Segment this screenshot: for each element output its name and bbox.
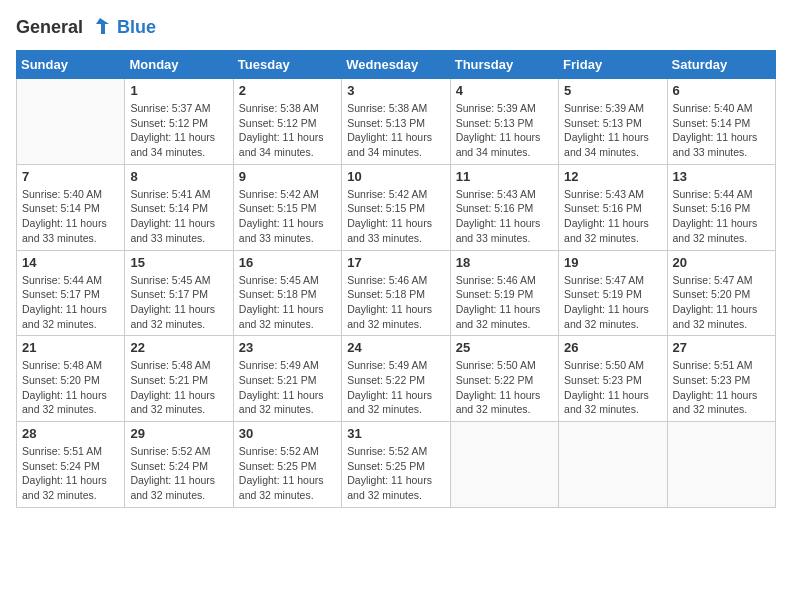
day-detail: Sunrise: 5:52 AMSunset: 5:25 PMDaylight:… xyxy=(239,444,336,503)
column-header-sunday: Sunday xyxy=(17,51,125,79)
day-detail: Sunrise: 5:40 AMSunset: 5:14 PMDaylight:… xyxy=(22,187,119,246)
day-detail: Sunrise: 5:50 AMSunset: 5:23 PMDaylight:… xyxy=(564,358,661,417)
calendar-cell: 12Sunrise: 5:43 AMSunset: 5:16 PMDayligh… xyxy=(559,164,667,250)
calendar-cell: 8Sunrise: 5:41 AMSunset: 5:14 PMDaylight… xyxy=(125,164,233,250)
calendar-cell: 13Sunrise: 5:44 AMSunset: 5:16 PMDayligh… xyxy=(667,164,775,250)
day-detail: Sunrise: 5:40 AMSunset: 5:14 PMDaylight:… xyxy=(673,101,770,160)
day-number: 8 xyxy=(130,169,227,184)
day-detail: Sunrise: 5:48 AMSunset: 5:21 PMDaylight:… xyxy=(130,358,227,417)
day-detail: Sunrise: 5:37 AMSunset: 5:12 PMDaylight:… xyxy=(130,101,227,160)
logo-general-text: General xyxy=(16,17,83,38)
day-number: 13 xyxy=(673,169,770,184)
calendar-cell xyxy=(450,422,558,508)
day-detail: Sunrise: 5:42 AMSunset: 5:15 PMDaylight:… xyxy=(347,187,444,246)
day-number: 17 xyxy=(347,255,444,270)
day-detail: Sunrise: 5:51 AMSunset: 5:23 PMDaylight:… xyxy=(673,358,770,417)
day-number: 5 xyxy=(564,83,661,98)
day-number: 25 xyxy=(456,340,553,355)
calendar-cell: 27Sunrise: 5:51 AMSunset: 5:23 PMDayligh… xyxy=(667,336,775,422)
day-detail: Sunrise: 5:46 AMSunset: 5:19 PMDaylight:… xyxy=(456,273,553,332)
day-detail: Sunrise: 5:39 AMSunset: 5:13 PMDaylight:… xyxy=(564,101,661,160)
day-number: 1 xyxy=(130,83,227,98)
day-detail: Sunrise: 5:44 AMSunset: 5:16 PMDaylight:… xyxy=(673,187,770,246)
day-number: 11 xyxy=(456,169,553,184)
day-detail: Sunrise: 5:42 AMSunset: 5:15 PMDaylight:… xyxy=(239,187,336,246)
day-number: 18 xyxy=(456,255,553,270)
day-number: 31 xyxy=(347,426,444,441)
calendar-cell: 17Sunrise: 5:46 AMSunset: 5:18 PMDayligh… xyxy=(342,250,450,336)
calendar-cell xyxy=(559,422,667,508)
calendar-cell: 5Sunrise: 5:39 AMSunset: 5:13 PMDaylight… xyxy=(559,79,667,165)
day-detail: Sunrise: 5:45 AMSunset: 5:18 PMDaylight:… xyxy=(239,273,336,332)
calendar-week-row: 7Sunrise: 5:40 AMSunset: 5:14 PMDaylight… xyxy=(17,164,776,250)
calendar-cell: 29Sunrise: 5:52 AMSunset: 5:24 PMDayligh… xyxy=(125,422,233,508)
day-detail: Sunrise: 5:38 AMSunset: 5:13 PMDaylight:… xyxy=(347,101,444,160)
day-detail: Sunrise: 5:44 AMSunset: 5:17 PMDaylight:… xyxy=(22,273,119,332)
day-number: 30 xyxy=(239,426,336,441)
column-header-friday: Friday xyxy=(559,51,667,79)
day-detail: Sunrise: 5:48 AMSunset: 5:20 PMDaylight:… xyxy=(22,358,119,417)
calendar-cell: 9Sunrise: 5:42 AMSunset: 5:15 PMDaylight… xyxy=(233,164,341,250)
calendar-cell: 22Sunrise: 5:48 AMSunset: 5:21 PMDayligh… xyxy=(125,336,233,422)
calendar-table: SundayMondayTuesdayWednesdayThursdayFrid… xyxy=(16,50,776,508)
logo-blue-text: Blue xyxy=(117,17,156,38)
day-number: 10 xyxy=(347,169,444,184)
calendar-cell: 23Sunrise: 5:49 AMSunset: 5:21 PMDayligh… xyxy=(233,336,341,422)
logo: General Blue xyxy=(16,16,156,38)
calendar-cell: 10Sunrise: 5:42 AMSunset: 5:15 PMDayligh… xyxy=(342,164,450,250)
day-detail: Sunrise: 5:46 AMSunset: 5:18 PMDaylight:… xyxy=(347,273,444,332)
day-number: 9 xyxy=(239,169,336,184)
day-detail: Sunrise: 5:49 AMSunset: 5:21 PMDaylight:… xyxy=(239,358,336,417)
calendar-week-row: 14Sunrise: 5:44 AMSunset: 5:17 PMDayligh… xyxy=(17,250,776,336)
calendar-cell: 24Sunrise: 5:49 AMSunset: 5:22 PMDayligh… xyxy=(342,336,450,422)
calendar-cell: 20Sunrise: 5:47 AMSunset: 5:20 PMDayligh… xyxy=(667,250,775,336)
column-header-thursday: Thursday xyxy=(450,51,558,79)
day-number: 26 xyxy=(564,340,661,355)
calendar-cell: 16Sunrise: 5:45 AMSunset: 5:18 PMDayligh… xyxy=(233,250,341,336)
day-detail: Sunrise: 5:43 AMSunset: 5:16 PMDaylight:… xyxy=(564,187,661,246)
column-header-wednesday: Wednesday xyxy=(342,51,450,79)
day-number: 3 xyxy=(347,83,444,98)
day-number: 15 xyxy=(130,255,227,270)
day-number: 4 xyxy=(456,83,553,98)
calendar-cell: 3Sunrise: 5:38 AMSunset: 5:13 PMDaylight… xyxy=(342,79,450,165)
day-number: 20 xyxy=(673,255,770,270)
day-detail: Sunrise: 5:47 AMSunset: 5:19 PMDaylight:… xyxy=(564,273,661,332)
day-detail: Sunrise: 5:41 AMSunset: 5:14 PMDaylight:… xyxy=(130,187,227,246)
calendar-cell: 4Sunrise: 5:39 AMSunset: 5:13 PMDaylight… xyxy=(450,79,558,165)
calendar-cell: 15Sunrise: 5:45 AMSunset: 5:17 PMDayligh… xyxy=(125,250,233,336)
calendar-cell: 6Sunrise: 5:40 AMSunset: 5:14 PMDaylight… xyxy=(667,79,775,165)
day-number: 23 xyxy=(239,340,336,355)
day-detail: Sunrise: 5:51 AMSunset: 5:24 PMDaylight:… xyxy=(22,444,119,503)
day-detail: Sunrise: 5:39 AMSunset: 5:13 PMDaylight:… xyxy=(456,101,553,160)
svg-marker-0 xyxy=(96,18,109,34)
day-number: 29 xyxy=(130,426,227,441)
day-detail: Sunrise: 5:52 AMSunset: 5:25 PMDaylight:… xyxy=(347,444,444,503)
calendar-cell: 31Sunrise: 5:52 AMSunset: 5:25 PMDayligh… xyxy=(342,422,450,508)
day-number: 24 xyxy=(347,340,444,355)
calendar-cell: 19Sunrise: 5:47 AMSunset: 5:19 PMDayligh… xyxy=(559,250,667,336)
day-number: 16 xyxy=(239,255,336,270)
calendar-week-row: 1Sunrise: 5:37 AMSunset: 5:12 PMDaylight… xyxy=(17,79,776,165)
column-header-tuesday: Tuesday xyxy=(233,51,341,79)
calendar-cell: 11Sunrise: 5:43 AMSunset: 5:16 PMDayligh… xyxy=(450,164,558,250)
day-number: 28 xyxy=(22,426,119,441)
calendar-cell: 7Sunrise: 5:40 AMSunset: 5:14 PMDaylight… xyxy=(17,164,125,250)
logo-flag-icon xyxy=(89,16,111,38)
day-number: 19 xyxy=(564,255,661,270)
calendar-cell: 2Sunrise: 5:38 AMSunset: 5:12 PMDaylight… xyxy=(233,79,341,165)
column-header-monday: Monday xyxy=(125,51,233,79)
day-number: 12 xyxy=(564,169,661,184)
day-number: 6 xyxy=(673,83,770,98)
calendar-week-row: 21Sunrise: 5:48 AMSunset: 5:20 PMDayligh… xyxy=(17,336,776,422)
calendar-cell: 26Sunrise: 5:50 AMSunset: 5:23 PMDayligh… xyxy=(559,336,667,422)
calendar-week-row: 28Sunrise: 5:51 AMSunset: 5:24 PMDayligh… xyxy=(17,422,776,508)
day-detail: Sunrise: 5:38 AMSunset: 5:12 PMDaylight:… xyxy=(239,101,336,160)
calendar-cell: 30Sunrise: 5:52 AMSunset: 5:25 PMDayligh… xyxy=(233,422,341,508)
day-detail: Sunrise: 5:45 AMSunset: 5:17 PMDaylight:… xyxy=(130,273,227,332)
calendar-cell: 1Sunrise: 5:37 AMSunset: 5:12 PMDaylight… xyxy=(125,79,233,165)
calendar-cell: 18Sunrise: 5:46 AMSunset: 5:19 PMDayligh… xyxy=(450,250,558,336)
day-number: 7 xyxy=(22,169,119,184)
calendar-cell: 25Sunrise: 5:50 AMSunset: 5:22 PMDayligh… xyxy=(450,336,558,422)
day-number: 27 xyxy=(673,340,770,355)
